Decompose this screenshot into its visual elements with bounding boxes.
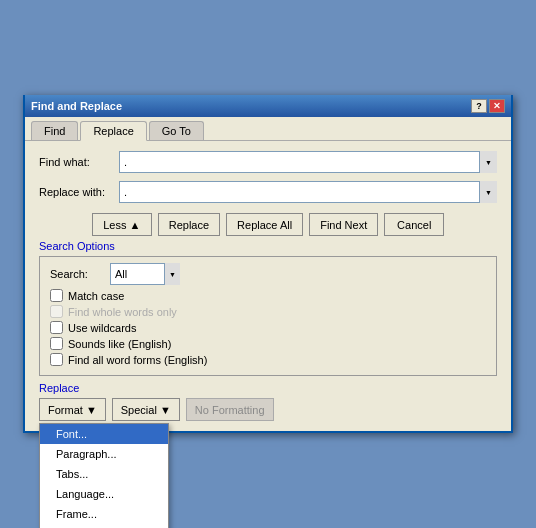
menu-item-font[interactable]: Font... [40, 424, 168, 444]
find-what-input-container [119, 151, 497, 173]
find-what-input[interactable] [119, 151, 497, 173]
tabs-row: Find Replace Go To [25, 117, 511, 141]
no-formatting-button: No Formatting [186, 398, 274, 421]
replace-all-button[interactable]: Replace All [226, 213, 303, 236]
find-all-word-forms-checkbox[interactable] [50, 353, 63, 366]
find-replace-dialog: Find and Replace ? ✕ Find Replace Go To … [23, 95, 513, 433]
format-btn-container: Format ▼ Font... Paragraph... Tabs... La… [39, 398, 106, 421]
replace-with-label: Replace with: [39, 186, 119, 198]
find-whole-words-checkbox[interactable] [50, 305, 63, 318]
less-button[interactable]: Less ▲ [92, 213, 152, 236]
replace-button[interactable]: Replace [158, 213, 220, 236]
use-wildcards-checkbox[interactable] [50, 321, 63, 334]
title-bar-buttons: ? ✕ [471, 99, 505, 113]
find-whole-words-label: Find whole words only [68, 306, 177, 318]
use-wildcards-label: Use wildcards [68, 322, 136, 334]
tab-find[interactable]: Find [31, 121, 78, 140]
find-what-label: Find what: [39, 156, 119, 168]
sounds-like-row: Sounds like (English) [50, 337, 486, 350]
buttons-row: Less ▲ Replace Replace All Find Next Can… [39, 213, 497, 236]
menu-item-tabs[interactable]: Tabs... [40, 464, 168, 484]
search-row: Search: [50, 263, 486, 285]
dialog-body: Find what: Replace with: Less ▲ Replace … [25, 141, 511, 431]
find-what-row: Find what: [39, 151, 497, 173]
menu-item-frame[interactable]: Frame... [40, 504, 168, 524]
sounds-like-label: Sounds like (English) [68, 338, 171, 350]
search-select-container [110, 263, 180, 285]
title-bar: Find and Replace ? ✕ [25, 95, 511, 117]
find-all-word-forms-row: Find all word forms (English) [50, 353, 486, 366]
special-button[interactable]: Special ▼ [112, 398, 180, 421]
replace-with-input-container [119, 181, 497, 203]
match-case-label: Match case [68, 290, 124, 302]
dialog-title: Find and Replace [31, 100, 122, 112]
close-button[interactable]: ✕ [489, 99, 505, 113]
replace-with-input[interactable] [119, 181, 497, 203]
cancel-button[interactable]: Cancel [384, 213, 444, 236]
find-next-button[interactable]: Find Next [309, 213, 378, 236]
find-what-dropdown[interactable] [479, 151, 497, 173]
bottom-row: Format ▼ Font... Paragraph... Tabs... La… [39, 398, 497, 421]
search-options-box: Search: Match case Find whole words only… [39, 256, 497, 376]
replace-section-label: Replace [39, 382, 497, 394]
match-case-checkbox[interactable] [50, 289, 63, 302]
match-case-row: Match case [50, 289, 486, 302]
find-all-word-forms-label: Find all word forms (English) [68, 354, 207, 366]
menu-item-style[interactable]: Style... [40, 524, 168, 528]
help-button[interactable]: ? [471, 99, 487, 113]
format-button[interactable]: Format ▼ [39, 398, 106, 421]
format-dropdown-menu: Font... Paragraph... Tabs... Language...… [39, 423, 169, 528]
search-options-label: Search Options [39, 240, 497, 252]
search-select-input[interactable] [110, 263, 180, 285]
find-whole-words-row: Find whole words only [50, 305, 486, 318]
use-wildcards-row: Use wildcards [50, 321, 486, 334]
tab-replace[interactable]: Replace [80, 121, 146, 141]
menu-item-language[interactable]: Language... [40, 484, 168, 504]
menu-item-paragraph[interactable]: Paragraph... [40, 444, 168, 464]
tab-goto[interactable]: Go To [149, 121, 204, 140]
sounds-like-checkbox[interactable] [50, 337, 63, 350]
search-label: Search: [50, 268, 110, 280]
replace-with-dropdown[interactable] [479, 181, 497, 203]
replace-with-row: Replace with: [39, 181, 497, 203]
